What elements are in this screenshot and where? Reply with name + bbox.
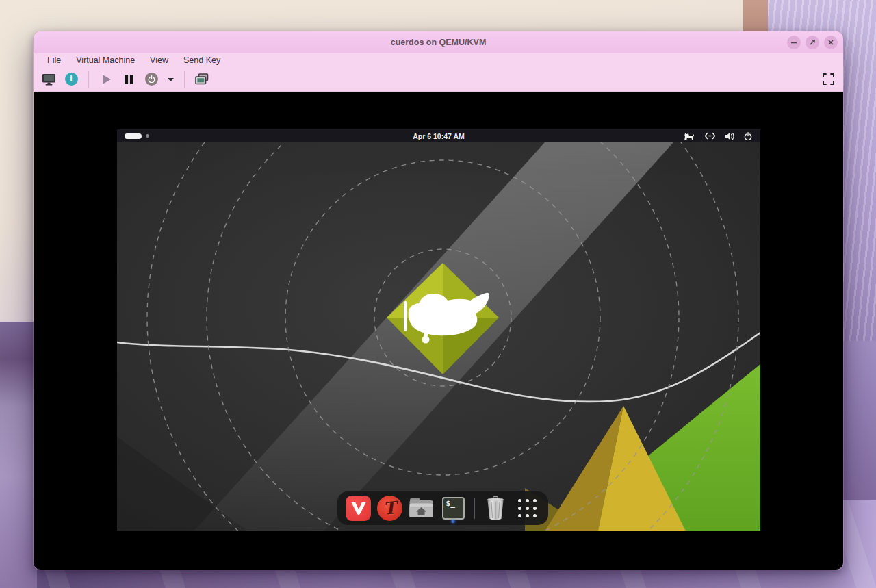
- dock-item-trash[interactable]: [483, 494, 508, 523]
- maximize-icon: [809, 39, 816, 46]
- clock[interactable]: Apr 6 10:47 AM: [117, 132, 760, 140]
- toolbar-separator: [88, 71, 89, 88]
- show-console-button[interactable]: [40, 71, 57, 88]
- close-button[interactable]: [824, 36, 838, 49]
- fullscreen-icon: [823, 73, 834, 85]
- network-wired-icon[interactable]: [704, 132, 716, 140]
- volume-icon[interactable]: [725, 132, 735, 140]
- menu-send-key[interactable]: Send Key: [176, 53, 228, 67]
- guest-console[interactable]: Apr 6 10:47 AM: [34, 92, 843, 570]
- system-tray[interactable]: [683, 129, 752, 142]
- app-grid-icon: [518, 499, 537, 517]
- dock-item-files[interactable]: [409, 494, 434, 523]
- pause-button[interactable]: [120, 71, 137, 88]
- dock-item-vivaldi[interactable]: [346, 494, 371, 523]
- window-titlebar[interactable]: cuerdos on QEMU/KVM: [34, 31, 843, 53]
- monitor-icon: [42, 73, 56, 86]
- power-icon: [145, 73, 158, 86]
- virt-manager-window: cuerdos on QEMU/KVM File Virtual Machine…: [33, 31, 844, 570]
- close-icon: [827, 39, 834, 46]
- info-icon: i: [65, 73, 78, 86]
- dock-item-terminal[interactable]: $_: [441, 494, 466, 523]
- shutdown-button[interactable]: [143, 71, 159, 88]
- dock-item-app-grid[interactable]: [515, 494, 540, 523]
- run-button[interactable]: [98, 71, 114, 88]
- trash-icon: [486, 496, 505, 521]
- dock-item-t-app[interactable]: T: [377, 494, 402, 523]
- guest-topbar: Apr 6 10:47 AM: [117, 129, 760, 142]
- shutdown-menu-button[interactable]: [166, 71, 175, 88]
- vivaldi-icon: [346, 496, 371, 521]
- menu-virtual-machine[interactable]: Virtual Machine: [68, 53, 142, 67]
- power-menu-icon[interactable]: [744, 132, 752, 140]
- running-indicator-dot: [452, 520, 455, 523]
- guest-display[interactable]: Apr 6 10:47 AM: [117, 129, 760, 531]
- fullscreen-button[interactable]: [820, 71, 836, 88]
- cat-indicator-icon[interactable]: [683, 131, 695, 140]
- minimize-button[interactable]: [787, 36, 801, 49]
- chevron-down-icon: [168, 77, 174, 81]
- dock: T $_: [337, 491, 548, 525]
- toolbar: i: [34, 67, 843, 92]
- guest-wallpaper: [117, 142, 760, 531]
- play-icon: [101, 74, 112, 85]
- dual-display-icon: [195, 73, 209, 86]
- toolbar-separator: [184, 71, 185, 88]
- menu-file[interactable]: File: [40, 53, 68, 67]
- screenshot-button[interactable]: [194, 71, 210, 88]
- terminal-icon: $_: [442, 497, 465, 520]
- host-wallpaper-fabric-left: [0, 322, 37, 588]
- pause-icon: [124, 74, 134, 85]
- files-home-icon: [409, 498, 434, 519]
- menubar: File Virtual Machine View Send Key: [34, 53, 843, 67]
- window-title: cuerdos on QEMU/KVM: [391, 38, 487, 47]
- menu-view[interactable]: View: [142, 53, 176, 67]
- show-details-button[interactable]: i: [63, 71, 79, 88]
- calligraphic-t-icon: T: [377, 496, 402, 521]
- window-controls: [787, 31, 838, 53]
- dock-separator: [474, 498, 475, 519]
- maximize-button[interactable]: [806, 36, 819, 49]
- minimize-icon: [790, 39, 797, 46]
